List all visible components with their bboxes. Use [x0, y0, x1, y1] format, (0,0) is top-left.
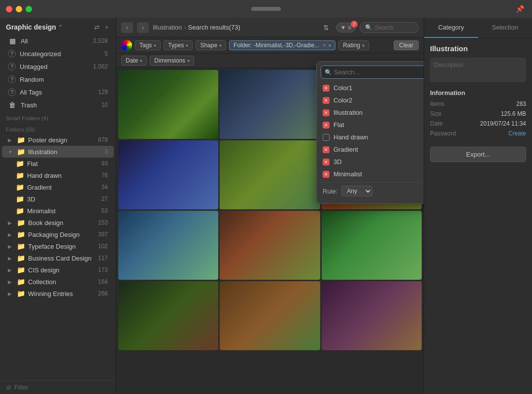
image-item[interactable]: [118, 70, 218, 139]
dropdown-item-handdrawn[interactable]: Hand drawn 76: [317, 131, 424, 143]
back-button[interactable]: ‹: [121, 22, 133, 33]
rating-arrow: ▾: [362, 43, 365, 48]
sidebar-item-untagged[interactable]: ? Untagged 1,062: [2, 60, 114, 73]
breadcrumb-root[interactable]: Illustration: [153, 24, 182, 31]
sidebar-item-random[interactable]: ? Random: [2, 73, 114, 86]
sidebar-all-count: 2,528: [93, 37, 108, 44]
checkbox-gradient[interactable]: [323, 146, 330, 153]
dropdown-item-minimalist[interactable]: Minimalist 53: [317, 168, 424, 180]
date-filter[interactable]: Date ▾: [121, 56, 147, 66]
checkbox-illustration[interactable]: [323, 109, 330, 116]
rule-label: Rule:: [323, 188, 337, 195]
checkbox-color2[interactable]: [323, 97, 330, 104]
minimize-button[interactable]: [16, 6, 22, 12]
add-icon[interactable]: ＋: [103, 23, 110, 32]
rule-select[interactable]: Any All None: [341, 186, 372, 197]
folder-filter[interactable]: Folder: -Minimalist,-3D,-Gradie... ✕ ▾: [229, 40, 335, 50]
sidebar-item-uncategorized[interactable]: ? Uncategorized 5: [2, 47, 114, 60]
folder-book-label: Book design: [28, 219, 95, 227]
sidebar-untagged-label: Untagged: [20, 63, 89, 70]
description-box[interactable]: Description: [430, 58, 526, 82]
folder-cis[interactable]: ▶ 📁 CIS design 173: [2, 264, 114, 276]
maximize-button[interactable]: [26, 6, 32, 12]
folder-3d[interactable]: 📁 3D 27: [2, 193, 114, 205]
folder-packaging-label: Packaging Design: [28, 231, 95, 238]
dropdown-item-color2[interactable]: Color2 10: [317, 94, 424, 106]
image-item[interactable]: [118, 140, 218, 209]
chevron-typeface-icon: ▶: [8, 244, 14, 249]
dropdown-item-flat[interactable]: Flat 93: [317, 119, 424, 131]
search-box[interactable]: 🔍 Search: [360, 22, 419, 33]
sidebar-item-all[interactable]: ▦ All 2,528: [2, 34, 114, 47]
export-button[interactable]: Export...: [430, 147, 526, 162]
folder-filter-arrow: ▾: [329, 43, 331, 48]
sidebar-item-trash[interactable]: 🗑 Trash 10: [2, 98, 114, 111]
color-filter-button[interactable]: [121, 40, 132, 51]
folder-book-design[interactable]: ▶ 📁 Book design 153: [2, 217, 114, 229]
clear-button[interactable]: Clear: [394, 40, 419, 50]
folder-3d-label: 3D: [27, 196, 99, 203]
image-item[interactable]: [118, 281, 218, 350]
folder-typeface[interactable]: ▶ 📁 Typeface Design 102: [2, 240, 114, 252]
main-layout: Graphic design ⌃ ⇄ ＋ ▦ All 2,528 ? Uncat…: [0, 18, 532, 394]
image-item[interactable]: [118, 211, 218, 280]
close-button[interactable]: [6, 6, 12, 12]
folder-poster-design[interactable]: ▶ 📁 Poster design 878: [2, 134, 114, 146]
checkbox-flat[interactable]: [323, 122, 330, 129]
image-item[interactable]: [322, 211, 422, 280]
all-icon: ▦: [8, 37, 17, 45]
folder-gradient[interactable]: 📁 Gradient 34: [2, 181, 114, 193]
checkbox-minimalist[interactable]: [323, 171, 330, 178]
pin-icon[interactable]: 📌: [516, 5, 524, 13]
swap-icon[interactable]: ⇄: [94, 24, 100, 31]
image-item[interactable]: [220, 211, 320, 280]
dimensions-filter[interactable]: Dimensions ▾: [150, 56, 194, 66]
sidebar: Graphic design ⌃ ⇄ ＋ ▦ All 2,528 ? Uncat…: [0, 18, 116, 394]
drag-handle: [251, 7, 281, 11]
dropdown-label-color1: Color1: [333, 84, 424, 92]
uncategorized-icon: ?: [8, 50, 16, 58]
folder-illustration[interactable]: ▼ 📁 Illustration 3: [2, 146, 114, 158]
checkbox-3d[interactable]: [323, 159, 330, 165]
checkbox-color1[interactable]: [323, 85, 330, 92]
folder-flat[interactable]: 📁 Flat 93: [2, 158, 114, 169]
tab-selection[interactable]: Selection: [478, 18, 532, 38]
traffic-lights[interactable]: [6, 6, 32, 12]
description-placeholder: Description: [434, 62, 464, 68]
chevron-right-icon: ▶: [8, 137, 14, 143]
image-item[interactable]: [220, 140, 320, 209]
chevron-winning-icon: ▶: [8, 291, 14, 296]
folder-winning[interactable]: ▶ 📁 Winning Entries 266: [2, 288, 114, 299]
tags-filter[interactable]: Tags ▾: [135, 40, 161, 50]
sort-button[interactable]: ⇅: [320, 22, 332, 33]
rating-filter[interactable]: Rating ▾: [338, 40, 369, 50]
sidebar-item-alltags[interactable]: ? All Tags 129: [2, 86, 114, 98]
folder-packaging[interactable]: ▶ 📁 Packaging Design 397: [2, 229, 114, 240]
dropdown-search-input[interactable]: [321, 66, 424, 79]
checkbox-handdrawn[interactable]: [323, 134, 330, 141]
folder-filter-close[interactable]: ✕: [322, 42, 327, 49]
folder-minimalist[interactable]: 📁 Minimalist 53: [2, 205, 114, 217]
dropdown-item-3d[interactable]: 3D 27: [317, 156, 424, 168]
dropdown-item-illustration[interactable]: Illustration 3: [317, 106, 424, 119]
info-value-password-create[interactable]: Create: [508, 130, 526, 137]
folder-collection[interactable]: ▶ 📁 Collection 164: [2, 276, 114, 288]
folder-bizcard[interactable]: ▶ 📁 Business Card Design 117: [2, 252, 114, 264]
image-item[interactable]: [220, 281, 320, 350]
dropdown-item-color1[interactable]: Color1 10: [317, 82, 424, 94]
category-title: Illustration: [430, 44, 526, 53]
dropdown-item-gradient[interactable]: Gradient 34: [317, 143, 424, 156]
image-item[interactable]: [220, 70, 320, 139]
tab-category[interactable]: Category: [424, 18, 478, 38]
chevron-book-icon: ▶: [8, 220, 14, 226]
folder-book-icon: 📁: [17, 219, 25, 227]
sidebar-alltags-count: 129: [98, 89, 108, 96]
right-panel-body: Illustration Description Information Ite…: [424, 38, 532, 394]
shape-filter[interactable]: Shape ▾: [196, 40, 226, 50]
image-item[interactable]: [322, 281, 422, 350]
toolbar: ‹ › Illustration › Search results(73) ⇅ …: [116, 18, 424, 37]
types-filter[interactable]: Types ▾: [164, 40, 193, 50]
forward-button[interactable]: ›: [137, 22, 149, 33]
trash-icon: 🗑: [8, 101, 17, 109]
folder-handdrawn[interactable]: 📁 Hand drawn 76: [2, 169, 114, 181]
